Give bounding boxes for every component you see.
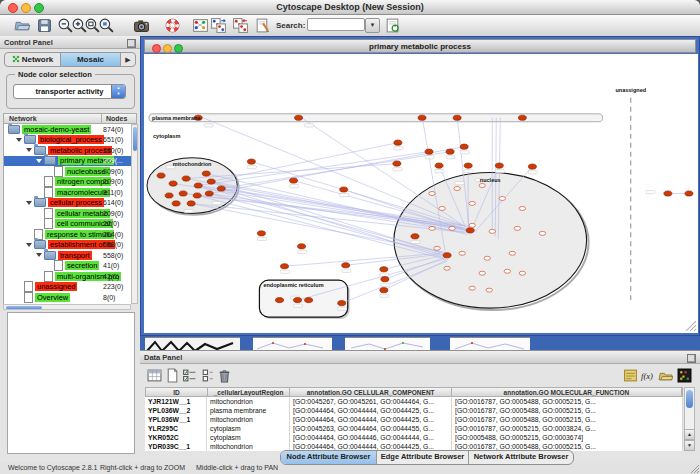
tree-row[interactable]: nitrogen compo209(0) xyxy=(4,177,132,188)
graph-node-outline[interactable] xyxy=(454,187,460,191)
graph-node[interactable] xyxy=(393,161,401,166)
graph-node[interactable] xyxy=(165,193,173,198)
tree-header[interactable]: Network Nodes xyxy=(3,113,137,124)
graph-node-outline[interactable] xyxy=(439,206,445,210)
destroy-view-icon[interactable] xyxy=(232,17,249,34)
disclosure-triangle-icon[interactable] xyxy=(36,159,42,163)
graph-node[interactable] xyxy=(446,149,454,154)
graph-node[interactable] xyxy=(495,163,503,168)
table-row[interactable]: YLR295Ccytoplasm[GO:0045263, GO:0044464,… xyxy=(145,424,683,433)
tree-row[interactable]: secretion41(0) xyxy=(4,261,132,272)
graph-node-outline[interactable] xyxy=(519,271,525,275)
scroll-down-button[interactable]: ▼ xyxy=(684,440,695,451)
graph-node[interactable] xyxy=(247,159,255,164)
graph-node[interactable] xyxy=(518,115,526,120)
table-header-cell[interactable]: ID xyxy=(146,388,208,396)
graph-node[interactable] xyxy=(202,171,210,176)
graph-node[interactable] xyxy=(207,179,215,184)
table-row[interactable]: YPL036W__1mitochondrion[GO:0044464, GO:0… xyxy=(145,415,683,424)
graph-node[interactable] xyxy=(685,191,693,196)
disclosure-triangle-icon[interactable] xyxy=(26,201,32,205)
graph-node-outline[interactable] xyxy=(514,226,520,230)
attribute-matrix-icon[interactable] xyxy=(677,368,692,383)
float-panel-icon[interactable] xyxy=(687,354,696,363)
graph-node[interactable] xyxy=(305,298,313,303)
background-window-fragment[interactable] xyxy=(145,337,240,350)
tree-row[interactable]: unassigned223(0) xyxy=(4,282,132,293)
graph-node[interactable] xyxy=(217,186,225,191)
graph-node[interactable] xyxy=(280,264,288,269)
graph-node[interactable] xyxy=(443,253,451,258)
open-icon[interactable] xyxy=(14,17,31,34)
graph-node[interactable] xyxy=(425,149,433,154)
graph-node-outline[interactable] xyxy=(489,229,495,233)
graph-node[interactable] xyxy=(466,228,474,233)
attribute-grid-icon[interactable] xyxy=(147,368,162,383)
zoom-selected-icon[interactable] xyxy=(98,17,115,34)
background-window-fragment[interactable] xyxy=(345,337,430,350)
table-header-cell[interactable]: annotation.GO CELLULAR_COMPONENT xyxy=(290,388,451,396)
graph-node[interactable] xyxy=(338,301,346,306)
graph-node-outline[interactable] xyxy=(509,251,515,255)
graph-node-outline[interactable] xyxy=(504,269,510,273)
network-canvas[interactable]: plasma membranecytoplasmmitochondrionnuc… xyxy=(144,54,698,333)
graph-node[interactable] xyxy=(182,176,190,181)
graph-node[interactable] xyxy=(290,178,298,183)
graph-node[interactable] xyxy=(179,191,187,196)
graph-node-outline[interactable] xyxy=(444,266,450,270)
scroll-up-button[interactable]: ▲ xyxy=(684,429,695,440)
graph-node-outline[interactable] xyxy=(539,231,545,235)
graph-node[interactable] xyxy=(453,115,461,120)
graph-node-outline[interactable] xyxy=(459,251,465,255)
tree-col-network[interactable]: Network xyxy=(9,115,37,122)
snapshot-icon[interactable] xyxy=(133,17,150,34)
disclosure-triangle-icon[interactable] xyxy=(26,148,32,152)
tree-horizontal-scrollbar[interactable] xyxy=(3,304,131,310)
graph-node-outline[interactable] xyxy=(479,271,485,275)
tab-node-attribute-browser[interactable]: Node Attribute Browser xyxy=(281,451,377,464)
graph-node-outline[interactable] xyxy=(484,256,490,260)
save-icon[interactable] xyxy=(36,17,53,34)
background-window-fragment[interactable] xyxy=(450,337,530,350)
graph-node[interactable] xyxy=(464,163,472,168)
graph-node[interactable] xyxy=(528,164,536,169)
graph-node[interactable] xyxy=(275,298,283,303)
graph-node[interactable] xyxy=(169,181,177,186)
tab-overflow-arrow[interactable]: ▶ xyxy=(121,53,135,66)
disclosure-triangle-icon[interactable] xyxy=(16,138,22,142)
scrollbar-thumb[interactable] xyxy=(6,306,42,309)
graph-node[interactable] xyxy=(418,115,426,120)
scrollbar-thumb[interactable] xyxy=(686,390,693,408)
window-resize-grip[interactable] xyxy=(689,463,699,473)
search-config-icon[interactable] xyxy=(384,17,401,34)
graph-node[interactable] xyxy=(342,263,350,268)
background-window-edge[interactable] xyxy=(332,337,345,350)
search-input[interactable] xyxy=(307,18,365,31)
graph-node[interactable] xyxy=(411,234,419,239)
table-row[interactable]: YPL036W__2plasma membrane[GO:0044464, GO… xyxy=(145,406,683,415)
tree-row[interactable]: macromolecule311(0) xyxy=(4,187,132,198)
label-pad-icon[interactable] xyxy=(623,368,638,383)
tree-row[interactable]: nucleobase-209(0) xyxy=(4,166,132,177)
import-attributes-icon[interactable] xyxy=(658,368,673,383)
tree-row[interactable]: primary metabo209(... xyxy=(4,156,132,167)
delete-attribute-icon[interactable] xyxy=(217,368,232,383)
graph-node[interactable] xyxy=(394,140,402,145)
tree-vertical-scrollbar[interactable] xyxy=(131,124,138,304)
tree-row[interactable]: transport558(0) xyxy=(4,250,132,261)
window-titlebar[interactable]: Cytoscape Desktop (New Session) xyxy=(0,0,700,15)
tree-row[interactable]: biological_process651(0) xyxy=(4,135,132,146)
tree-row[interactable]: cell communicat22(0) xyxy=(4,219,132,230)
network-graph[interactable]: plasma membranecytoplasmmitochondrionnuc… xyxy=(144,54,698,333)
tree-row[interactable]: metabolic process280(0) xyxy=(4,145,132,156)
graph-node[interactable] xyxy=(157,173,165,178)
graph-node[interactable] xyxy=(340,187,348,192)
disclosure-triangle-icon[interactable] xyxy=(26,243,32,247)
canvas-resize-grip[interactable] xyxy=(694,329,696,331)
graph-node-outline[interactable] xyxy=(486,288,492,292)
table-header-cell[interactable]: _cellularLayoutRegion xyxy=(208,388,291,396)
table-row[interactable]: YJR121W__1mitochondrion[GO:0045267, GO:0… xyxy=(145,397,683,406)
create-view-icon[interactable] xyxy=(210,17,227,34)
tree-row[interactable]: cellular process614(0) xyxy=(4,198,132,209)
scrollbar-thumb[interactable] xyxy=(133,127,137,151)
